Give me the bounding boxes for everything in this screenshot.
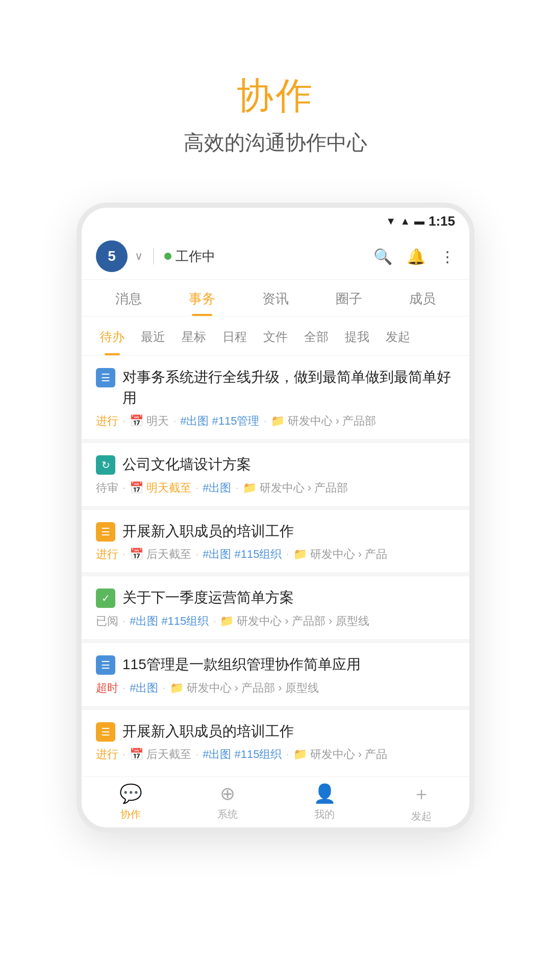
subtab-pending[interactable]: 待办 bbox=[92, 325, 133, 349]
online-status-dot bbox=[164, 253, 171, 260]
task-path: 研发中心 › 产品 bbox=[310, 547, 388, 562]
task-path: 研发中心 › 产品 bbox=[310, 747, 388, 762]
task-title: 公司文化墙设计方案 bbox=[122, 454, 251, 475]
header-actions: 🔍 🔔 ⋮ bbox=[373, 248, 455, 265]
system-icon: ⊕ bbox=[220, 783, 235, 804]
battery-icon: ▬ bbox=[414, 215, 424, 227]
task-icon-green: ✓ bbox=[96, 589, 115, 608]
status-icons: ▼ ▲ ▬ 1:15 bbox=[386, 213, 455, 229]
task-deadline: 明天截至 bbox=[146, 480, 191, 496]
wifi-icon: ▼ bbox=[386, 215, 396, 227]
avatar-badge[interactable]: 5 bbox=[96, 240, 128, 272]
task-path: 研发中心 › 产品部 › 原型线 bbox=[187, 680, 319, 696]
nav-item-initiate[interactable]: ＋ 发起 bbox=[411, 781, 432, 823]
subtab-initiate[interactable]: 发起 bbox=[378, 325, 418, 349]
table-row[interactable]: ☰ 开展新入职成员的培训工作 进行 · 📅 后天截至 · #出图 #115组织 … bbox=[82, 510, 469, 573]
task-path: 研发中心 › 产品部 bbox=[260, 480, 348, 496]
folder-icon: 📁 bbox=[220, 615, 234, 628]
notification-icon[interactable]: 🔔 bbox=[407, 248, 425, 265]
table-row[interactable]: ✓ 关于下一季度运营简单方案 已阅 · #出图 #115组织 · 📁 研发中心 … bbox=[82, 576, 469, 639]
task-title: 开展新入职成员的培训工作 bbox=[122, 521, 294, 542]
task-icon-blue: ☰ bbox=[96, 368, 115, 387]
folder-icon: 📁 bbox=[271, 414, 285, 428]
status-bar: ▼ ▲ ▬ 1:15 bbox=[82, 208, 469, 234]
table-row[interactable]: ↻ 公司文化墙设计方案 待审 · 📅 明天截至 · #出图 · 📁 研发中心 ›… bbox=[82, 443, 469, 506]
nav-label-initiate: 发起 bbox=[411, 810, 432, 823]
task-meta: 待审 · 📅 明天截至 · #出图 · 📁 研发中心 › 产品部 bbox=[96, 480, 455, 496]
work-status-label: 工作中 bbox=[176, 248, 215, 265]
task-header: ☰ 115管理是一款组织管理协作简单应用 bbox=[96, 654, 455, 675]
task-tag: #115组织 bbox=[235, 547, 282, 562]
subtab-recent[interactable]: 最近 bbox=[133, 325, 173, 349]
app-header: 5 ∨ 工作中 🔍 🔔 ⋮ bbox=[82, 234, 469, 280]
folder-icon: 📁 bbox=[170, 681, 184, 695]
task-header: ↻ 公司文化墙设计方案 bbox=[96, 454, 455, 475]
task-status: 已阅 bbox=[96, 614, 118, 629]
task-title: 对事务系统进行全线升级，做到最简单做到最简单好用 bbox=[122, 367, 455, 408]
mine-icon: 👤 bbox=[313, 783, 336, 804]
sub-tabs: 待办 最近 星标 日程 文件 全部 提我 发起 bbox=[82, 316, 469, 356]
more-icon[interactable]: ⋮ bbox=[440, 248, 455, 265]
phone-wrapper: ▼ ▲ ▬ 1:15 5 ∨ 工作中 🔍 🔔 ⋮ 消息 事务 bbox=[77, 203, 474, 832]
task-header: ☰ 开展新入职成员的培训工作 bbox=[96, 521, 455, 542]
task-status: 超时 bbox=[96, 680, 118, 696]
subtab-mention[interactable]: 提我 bbox=[337, 325, 378, 349]
phone-frame: ▼ ▲ ▬ 1:15 5 ∨ 工作中 🔍 🔔 ⋮ 消息 事务 bbox=[77, 203, 474, 832]
nav-item-system[interactable]: ⊕ 系统 bbox=[217, 783, 238, 821]
subtab-all[interactable]: 全部 bbox=[296, 325, 337, 349]
calendar-icon-small: 📅 bbox=[130, 548, 143, 561]
signal-icon: ▲ bbox=[400, 215, 410, 227]
chevron-down-icon[interactable]: ∨ bbox=[135, 250, 143, 263]
table-row[interactable]: ☰ 115管理是一款组织管理协作简单应用 超时 · #出图 · 📁 研发中心 ›… bbox=[82, 643, 469, 706]
task-tag: #出图 bbox=[130, 614, 158, 629]
task-title: 开展新入职成员的培训工作 bbox=[122, 721, 294, 742]
subtab-starred[interactable]: 星标 bbox=[173, 325, 214, 349]
calendar-icon-small: 📅 bbox=[130, 481, 143, 495]
table-row[interactable]: ☰ 开展新入职成员的培训工作 进行 · 📅 后天截至 · #出图 #115组织 … bbox=[82, 710, 469, 773]
nav-item-mine[interactable]: 👤 我的 bbox=[313, 783, 336, 821]
task-title: 关于下一季度运营简单方案 bbox=[122, 587, 294, 608]
task-tag: #出图 bbox=[203, 547, 231, 562]
tab-news[interactable]: 资讯 bbox=[239, 280, 312, 316]
hero-title: 协作 bbox=[0, 71, 551, 120]
subtab-files[interactable]: 文件 bbox=[255, 325, 296, 349]
task-icon-orange: ☰ bbox=[96, 522, 115, 542]
search-icon[interactable]: 🔍 bbox=[373, 248, 392, 265]
task-status: 待审 bbox=[96, 480, 118, 496]
folder-icon: 📁 bbox=[243, 481, 257, 495]
collaboration-icon: 💬 bbox=[119, 783, 142, 804]
task-tag: #出图 bbox=[180, 413, 209, 429]
task-status: 进行 bbox=[96, 413, 118, 429]
header-divider bbox=[153, 248, 154, 264]
task-tag: #115组织 bbox=[161, 614, 209, 629]
initiate-icon: ＋ bbox=[412, 781, 431, 806]
status-indicator: 工作中 bbox=[164, 248, 215, 265]
tab-message[interactable]: 消息 bbox=[92, 280, 165, 316]
task-status: 进行 bbox=[96, 747, 118, 762]
tab-members[interactable]: 成员 bbox=[386, 280, 459, 316]
task-header: ✓ 关于下一季度运营简单方案 bbox=[96, 587, 455, 608]
tab-tasks[interactable]: 事务 bbox=[165, 280, 239, 316]
nav-label-collaboration: 协作 bbox=[120, 807, 141, 821]
subtab-schedule[interactable]: 日程 bbox=[214, 325, 255, 349]
task-tag: #115组织 bbox=[235, 747, 282, 762]
calendar-icon-small: 📅 bbox=[130, 414, 143, 428]
task-tag: #出图 bbox=[203, 480, 231, 496]
task-deadline: 后天截至 bbox=[146, 747, 191, 762]
task-header: ☰ 对事务系统进行全线升级，做到最简单做到最简单好用 bbox=[96, 367, 455, 408]
task-deadline: 后天截至 bbox=[146, 547, 191, 562]
task-path: 研发中心 › 产品部 bbox=[288, 413, 377, 429]
task-status: 进行 bbox=[96, 547, 118, 562]
tab-circle[interactable]: 圈子 bbox=[312, 280, 386, 316]
bottom-nav: 💬 协作 ⊕ 系统 👤 我的 ＋ 发起 bbox=[82, 776, 469, 827]
hero-section: 协作 高效的沟通协作中心 bbox=[0, 0, 551, 187]
task-header: ☰ 开展新入职成员的培训工作 bbox=[96, 721, 455, 742]
table-row[interactable]: ☰ 对事务系统进行全线升级，做到最简单做到最简单好用 进行 · 📅 明天 · #… bbox=[82, 356, 469, 439]
task-path: 研发中心 › 产品部 › 原型线 bbox=[237, 614, 369, 629]
nav-item-collaboration[interactable]: 💬 协作 bbox=[119, 783, 142, 821]
folder-icon: 📁 bbox=[293, 548, 307, 561]
task-meta: 已阅 · #出图 #115组织 · 📁 研发中心 › 产品部 › 原型线 bbox=[96, 614, 455, 629]
calendar-icon-small: 📅 bbox=[130, 748, 143, 761]
status-time: 1:15 bbox=[429, 213, 455, 229]
task-deadline: 明天 bbox=[146, 413, 169, 429]
